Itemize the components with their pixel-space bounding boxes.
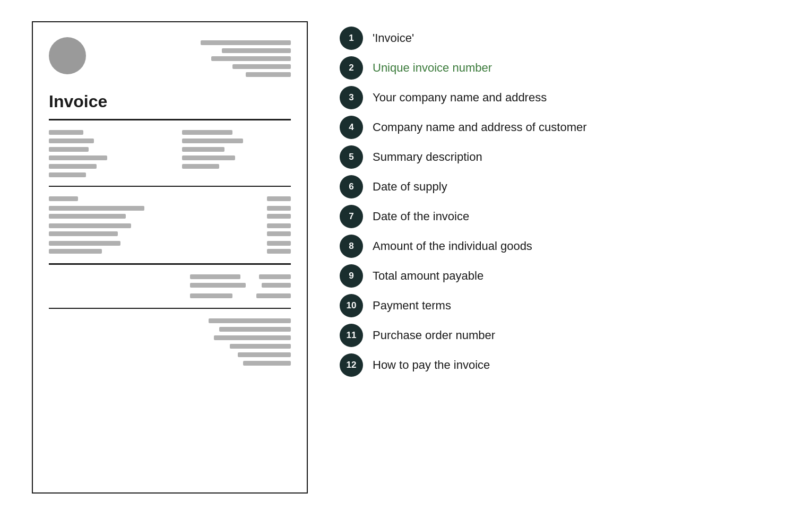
item-bar [267,223,291,228]
items-section [49,189,291,261]
item-desc-4 [49,241,120,254]
legend-item-8: 8Amount of the individual goods [340,235,780,258]
legend-badge-4: 4 [340,116,363,139]
addr-bar [49,155,107,160]
total-label-bar [190,293,232,298]
legend-badge-1: 1 [340,27,363,50]
invoice-top-section [49,37,291,84]
total-value-bar [259,274,291,279]
legend-list: 1'Invoice'2Unique invoice number3Your co… [340,21,780,377]
legend-label-5: Summary description [373,150,482,164]
legend-item-10: 10Payment terms [340,294,780,317]
total-label-bar [190,274,240,279]
legend-item-7: 7Date of the invoice [340,205,780,228]
notes-bar [219,327,291,332]
notes-bar [238,352,291,357]
address-line-3 [211,56,291,61]
legend-item-5: 5Summary description [340,145,780,169]
legend-badge-9: 9 [340,264,363,288]
company-logo [49,37,86,74]
divider-2 [49,186,291,187]
legend-item-1: 1'Invoice' [340,27,780,50]
legend-item-11: 11Purchase order number [340,324,780,347]
legend-label-9: Total amount payable [373,269,483,283]
legend-item-4: 4Company name and address of customer [340,116,780,139]
legend-label-1: 'Invoice' [373,31,414,45]
legend-label-2: Unique invoice number [373,61,492,75]
page-container: Invoice [0,0,812,519]
item-bar [267,196,291,201]
item-desc-3 [49,223,131,236]
legend-label-11: Purchase order number [373,328,495,342]
addr-bar [49,130,83,135]
item-desc-1 [49,196,78,201]
addr-bar [49,139,94,143]
item-bar [49,196,78,201]
address-line-4 [232,64,291,69]
addr-bar [182,139,243,143]
legend-badge-6: 6 [340,175,363,198]
total-value-bar [262,283,291,288]
legend-badge-10: 10 [340,294,363,317]
item-row-4 [49,241,291,254]
item-amount-3 [267,223,291,236]
item-row-1 [49,196,291,201]
divider-3 [49,263,291,265]
item-desc-2 [49,206,144,219]
address-line-1 [201,40,291,45]
legend-badge-8: 8 [340,235,363,258]
notes-bar [214,335,291,340]
item-bar [49,231,118,236]
legend-label-3: Your company name and address [373,91,547,105]
legend-item-6: 6Date of supply [340,175,780,198]
addr-bar [182,130,232,135]
item-bar [49,206,144,211]
address-line-2 [222,48,291,53]
legend-item-3: 3Your company name and address [340,86,780,109]
legend-label-12: How to pay the invoice [373,358,490,372]
notes-bar [243,361,291,366]
legend-badge-11: 11 [340,324,363,347]
notes-bar [209,318,291,323]
item-bar [49,223,131,228]
invoice-mockup: Invoice [32,21,308,494]
legend-item-9: 9Total amount payable [340,264,780,288]
legend-label-7: Date of the invoice [373,210,469,223]
totals-section [49,267,291,306]
addr-bar [49,147,89,152]
addr-bar [182,164,219,169]
addr-bar [182,155,235,160]
legend-label-8: Amount of the individual goods [373,239,532,253]
total-value-bar [256,293,291,298]
recipient-address [182,130,291,177]
item-bar [49,249,102,254]
legend-label-4: Company name and address of customer [373,120,587,134]
notes-bar [230,344,291,349]
item-row-2 [49,206,291,219]
item-bar [267,206,291,211]
legend-badge-12: 12 [340,353,363,377]
legend-label-6: Date of supply [373,180,447,194]
addr-bar [182,147,224,152]
item-amount-2 [267,206,291,219]
totals-labels [190,274,246,298]
address-line-5 [246,72,291,77]
divider-1 [49,119,291,120]
legend-badge-5: 5 [340,145,363,169]
invoice-top-right [201,40,291,77]
total-label-bar [190,283,246,288]
legend-badge-2: 2 [340,56,363,80]
legend-item-12: 12How to pay the invoice [340,353,780,377]
sender-address [49,130,158,177]
item-bar [267,249,291,254]
legend-badge-7: 7 [340,205,363,228]
legend-badge-3: 3 [340,86,363,109]
totals-values [256,274,291,298]
legend-label-10: Payment terms [373,299,451,313]
item-bar [49,241,120,246]
item-bar [267,214,291,219]
addr-bar [49,164,97,169]
item-amount-1 [267,196,291,201]
item-row-3 [49,223,291,236]
invoice-title: Invoice [49,92,291,111]
